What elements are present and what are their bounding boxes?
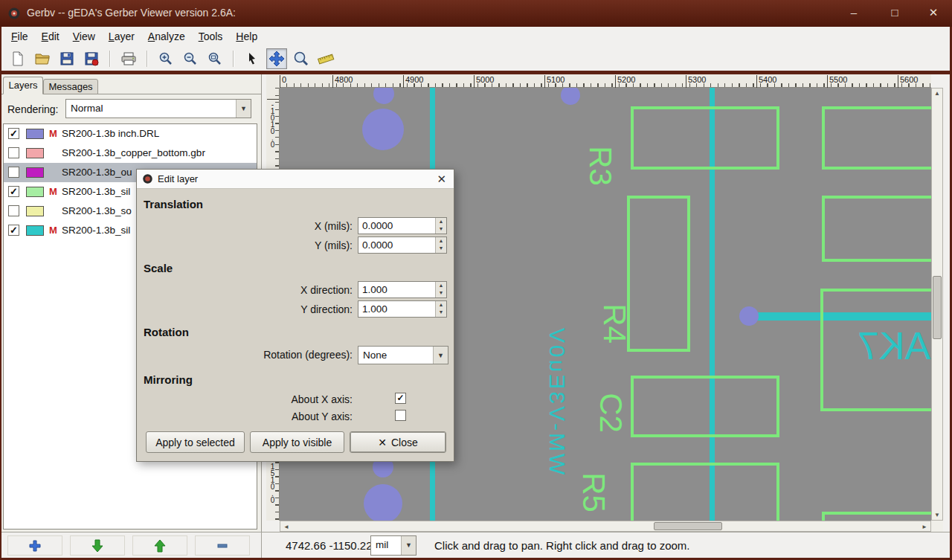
scroll-up-icon[interactable]: ▲ (932, 90, 942, 97)
save-project-button[interactable] (57, 48, 77, 69)
layer-color-swatch[interactable] (26, 206, 44, 216)
spin-up-icon[interactable]: ▲ (436, 218, 446, 225)
rendering-dropdown[interactable]: Normal ▼ (65, 99, 251, 118)
layer-visibility-checkbox[interactable]: ✓ (8, 128, 19, 139)
vertical-scrollbar[interactable]: ▲ ▼ (931, 88, 943, 521)
menu-tools[interactable]: Tools (192, 28, 230, 45)
menu-analyze[interactable]: Analyze (141, 28, 192, 45)
measure-tool-button[interactable] (315, 48, 336, 69)
apply-to-selected-button[interactable]: Apply to selected (146, 431, 245, 453)
chevron-down-icon[interactable]: ▼ (236, 100, 251, 118)
scale-x-label: X direction: (187, 284, 353, 296)
open-project-button[interactable] (32, 48, 53, 69)
close-x-icon: ✕ (378, 437, 387, 448)
menu-layer[interactable]: Layer (102, 28, 141, 45)
rendering-label: Rendering: (7, 103, 59, 115)
layer-visibility-checkbox[interactable]: ✓ (8, 225, 19, 236)
scale-x-input[interactable]: 1.000 ▲ ▼ (358, 281, 447, 298)
zoom-fit-button[interactable] (205, 48, 225, 69)
move-layer-down-button[interactable] (70, 535, 125, 556)
spinner-buttons[interactable]: ▲ ▼ (435, 301, 446, 317)
layer-visibility-checkbox[interactable] (8, 205, 19, 216)
spin-up-icon[interactable]: ▲ (436, 301, 446, 309)
chevron-down-icon[interactable]: ▼ (433, 347, 448, 364)
save-layer-button[interactable] (81, 48, 102, 69)
print-button[interactable] (118, 48, 139, 69)
scale-y-label: Y direction: (187, 303, 353, 315)
units-dropdown[interactable]: mil ▼ (370, 535, 416, 556)
toolbar-separator (109, 51, 111, 67)
spin-up-icon[interactable]: ▲ (436, 282, 446, 289)
ruler-label: 5200 (615, 75, 635, 88)
vertical-scrollbar-thumb[interactable] (933, 276, 942, 339)
scale-y-input[interactable]: 1.000 ▲ ▼ (358, 300, 447, 318)
rotation-dropdown[interactable]: None ▼ (358, 346, 448, 364)
scroll-right-icon[interactable]: ► (919, 524, 930, 530)
ruler-label: 5400 (756, 75, 776, 88)
menu-view[interactable]: View (66, 28, 102, 45)
layer-color-swatch[interactable] (26, 148, 44, 158)
close-button[interactable]: ✕ (922, 6, 945, 19)
translation-x-label: X (mils): (187, 220, 353, 232)
apply-to-visible-button[interactable]: Apply to visible (250, 431, 344, 453)
scrollbar-corner (931, 521, 943, 532)
spinner-buttons[interactable]: ▲ ▼ (435, 237, 446, 253)
mirror-y-checkbox[interactable] (395, 410, 406, 421)
silkscreen-label: C2 (595, 393, 626, 433)
silkscreen-rect (627, 196, 690, 352)
close-dialog-button[interactable]: ✕ Close (350, 431, 446, 453)
silkscreen-text-mirrored: WM-V3Eu0V (546, 326, 568, 474)
dialog-close-icon[interactable]: ✕ (437, 173, 446, 186)
translation-y-input[interactable]: 0.0000 ▲ ▼ (358, 236, 447, 254)
dialog-titlebar[interactable]: Edit layer ✕ (137, 170, 454, 189)
zoom-tool-button[interactable] (291, 48, 312, 69)
spinner-buttons[interactable]: ▲ ▼ (435, 282, 446, 297)
layer-row[interactable]: SR200-1.3b_copper_bottom.gbr (4, 144, 257, 163)
pointer-tool-button[interactable] (242, 48, 263, 69)
scroll-down-icon[interactable]: ▼ (932, 512, 942, 518)
zoom-out-button[interactable] (180, 48, 201, 69)
layer-visibility-checkbox[interactable]: ✓ (8, 186, 19, 197)
scale-y-value: 1.000 (362, 303, 387, 315)
minimize-button[interactable]: – (843, 6, 865, 19)
maximize-button[interactable]: □ (884, 6, 906, 19)
spin-down-icon[interactable]: ▼ (436, 289, 446, 297)
silkscreen-rect (631, 106, 779, 170)
tab-layers[interactable]: Layers (3, 77, 43, 94)
zoom-in-button[interactable] (155, 48, 176, 69)
gerbv-logo-icon (7, 7, 21, 20)
bottom-bar: 4742.66 -1150.22 mil ▼ Click and drag to… (0, 532, 952, 558)
spin-down-icon[interactable]: ▼ (436, 309, 446, 316)
layer-color-swatch[interactable] (26, 129, 44, 139)
spinner-buttons[interactable]: ▲ ▼ (435, 218, 446, 234)
layer-color-swatch[interactable] (26, 225, 44, 236)
chevron-down-icon[interactable]: ▼ (401, 536, 416, 555)
layer-color-swatch[interactable] (26, 187, 44, 197)
layer-visibility-checkbox[interactable] (8, 147, 19, 158)
scroll-left-icon[interactable]: ◄ (281, 524, 292, 530)
menu-file[interactable]: File (4, 28, 35, 45)
remove-layer-button[interactable] (195, 535, 250, 556)
edit-layer-dialog: Edit layer ✕ Translation X (mils): 0.000… (136, 169, 454, 462)
horizontal-scrollbar[interactable]: ◄ ► (280, 521, 931, 532)
move-layer-up-button[interactable] (132, 535, 187, 556)
layer-color-swatch[interactable] (26, 167, 44, 178)
menu-help[interactable]: Help (229, 28, 264, 45)
spin-down-icon[interactable]: ▼ (436, 245, 446, 252)
layer-name: SR200-1.3b_ou (62, 167, 132, 178)
pan-tool-button[interactable] (266, 48, 287, 69)
titlebar[interactable]: Gerbv -- gEDA's Gerber Viewer version 2.… (0, 0, 952, 27)
spin-down-icon[interactable]: ▼ (436, 225, 446, 233)
add-layer-button[interactable] (7, 535, 62, 556)
layer-row[interactable]: ✓ M SR200-1.3b inch.DRL (4, 124, 257, 144)
translation-x-input[interactable]: 0.0000 ▲ ▼ (358, 217, 447, 234)
new-project-button[interactable] (7, 48, 28, 69)
drill-hole (373, 88, 394, 104)
tab-messages[interactable]: Messages (43, 79, 98, 94)
layer-visibility-checkbox[interactable] (8, 167, 19, 178)
toolbar-separator (233, 51, 234, 67)
menu-edit[interactable]: Edit (35, 28, 66, 45)
horizontal-scrollbar-thumb[interactable] (654, 522, 722, 530)
spin-up-icon[interactable]: ▲ (436, 237, 446, 245)
mirror-x-checkbox[interactable]: ✓ (395, 393, 406, 404)
